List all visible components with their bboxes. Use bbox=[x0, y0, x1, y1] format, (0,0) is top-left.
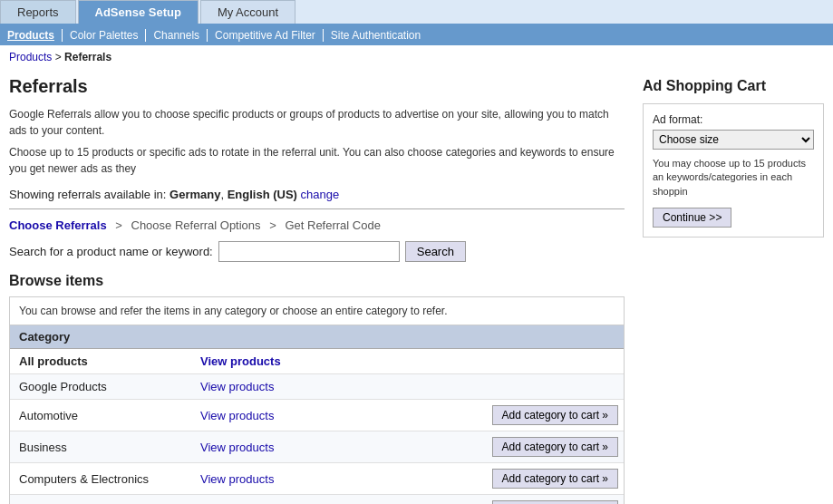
category-name: Automotive bbox=[10, 400, 191, 431]
category-name: Google Products bbox=[10, 374, 191, 400]
add-category-button[interactable]: Add category to cart » bbox=[492, 469, 618, 489]
col-header-category: Category bbox=[10, 325, 191, 349]
table-row: BusinessView productsAdd category to car… bbox=[10, 431, 624, 463]
showing-referrals: Showing referrals available in: Germany,… bbox=[9, 188, 625, 201]
change-link[interactable]: change bbox=[301, 188, 340, 201]
sidebar-box: Ad format: Choose size You may choose up… bbox=[643, 103, 824, 237]
table-row: Computers & ElectronicsView productsAdd … bbox=[10, 463, 624, 495]
tab-reports[interactable]: Reports bbox=[0, 0, 76, 24]
search-input[interactable] bbox=[218, 241, 400, 262]
view-products-link[interactable]: View products bbox=[200, 441, 274, 454]
col-header-add bbox=[309, 325, 624, 349]
wizard-step2: Choose Referral Options bbox=[131, 218, 261, 232]
ad-format-select[interactable]: Choose size bbox=[653, 130, 814, 150]
wizard-step1[interactable]: Choose Referrals bbox=[9, 218, 107, 232]
top-tabs: Reports AdSense Setup My Account bbox=[0, 0, 833, 25]
showing-language: English (US) bbox=[228, 188, 297, 201]
add-category-button[interactable]: Add category to cart » bbox=[492, 437, 618, 457]
nav-color-palettes[interactable]: Color Palettes bbox=[63, 29, 146, 42]
showing-location: Germany bbox=[170, 188, 220, 201]
wizard-steps: Choose Referrals > Choose Referral Optio… bbox=[9, 218, 625, 232]
description-1: Google Referrals allow you to choose spe… bbox=[9, 106, 625, 139]
description-2: Choose up to 15 products or specific ads… bbox=[9, 144, 625, 177]
breadcrumb-current: Referrals bbox=[64, 51, 111, 63]
add-category-cell: Add category to cart » bbox=[309, 463, 624, 495]
wizard-step3: Get Referral Code bbox=[285, 218, 381, 232]
continue-button[interactable]: Continue >> bbox=[653, 208, 731, 228]
ad-format-label: Ad format: bbox=[653, 113, 814, 126]
add-category-cell: Add category to cart » bbox=[309, 495, 624, 505]
add-category-cell bbox=[309, 374, 624, 400]
page-title: Referrals bbox=[9, 76, 625, 97]
add-category-cell: Add category to cart » bbox=[309, 431, 624, 463]
search-label: Search for a product name or keyword: bbox=[9, 245, 213, 258]
breadcrumb: Products > Referrals bbox=[0, 45, 833, 69]
tab-my-account[interactable]: My Account bbox=[200, 0, 295, 24]
sidebar-title: Ad Shopping Cart bbox=[643, 78, 824, 94]
add-category-button[interactable]: Add category to cart » bbox=[492, 500, 618, 504]
add-category-cell: Add category to cart » bbox=[309, 400, 624, 431]
wizard-sep1: > bbox=[115, 218, 122, 232]
category-table: Category All productsView productsGoogle… bbox=[10, 325, 624, 504]
category-name: Business bbox=[10, 431, 191, 463]
search-button[interactable]: Search bbox=[405, 241, 466, 262]
add-category-button[interactable]: Add category to cart » bbox=[492, 405, 618, 425]
browse-info: You can browse and refer the items in an… bbox=[10, 297, 624, 325]
main-content: Referrals Google Referrals allow you to … bbox=[9, 69, 643, 504]
view-products-link[interactable]: View products bbox=[200, 354, 281, 368]
main-layout: Referrals Google Referrals allow you to … bbox=[0, 69, 833, 504]
category-name: Entertainment bbox=[10, 495, 191, 505]
nav-competitive-ad-filter[interactable]: Competitive Ad Filter bbox=[208, 29, 324, 42]
browse-box: You can browse and refer the items in an… bbox=[9, 296, 625, 504]
view-products-link[interactable]: View products bbox=[200, 472, 274, 486]
browse-title: Browse items bbox=[9, 273, 625, 289]
category-name: Computers & Electronics bbox=[10, 463, 191, 495]
view-products-link[interactable]: View products bbox=[200, 409, 274, 422]
showing-label: Showing referrals available in: bbox=[9, 188, 166, 201]
wizard-sep2: > bbox=[269, 218, 276, 232]
divider bbox=[9, 208, 625, 209]
nav-products[interactable]: Products bbox=[7, 29, 63, 42]
tab-adsense-setup[interactable]: AdSense Setup bbox=[78, 0, 199, 24]
table-row: Google ProductsView products bbox=[10, 374, 624, 400]
table-row: EntertainmentView productsAdd category t… bbox=[10, 495, 624, 505]
category-name: All products bbox=[10, 349, 191, 374]
table-row: AutomotiveView productsAdd category to c… bbox=[10, 400, 624, 431]
col-header-view bbox=[191, 325, 309, 349]
add-category-cell bbox=[309, 349, 624, 374]
second-nav: Products Color Palettes Channels Competi… bbox=[0, 25, 833, 45]
table-row: All productsView products bbox=[10, 349, 624, 374]
nav-channels[interactable]: Channels bbox=[146, 29, 208, 42]
sidebar: Ad Shopping Cart Ad format: Choose size … bbox=[643, 69, 824, 504]
search-row: Search for a product name or keyword: Se… bbox=[9, 241, 625, 262]
breadcrumb-products-link[interactable]: Products bbox=[9, 51, 52, 63]
view-products-link[interactable]: View products bbox=[200, 380, 274, 393]
sidebar-note: You may choose up to 15 products an keyw… bbox=[653, 157, 814, 199]
nav-site-authentication[interactable]: Site Authentication bbox=[324, 29, 428, 42]
